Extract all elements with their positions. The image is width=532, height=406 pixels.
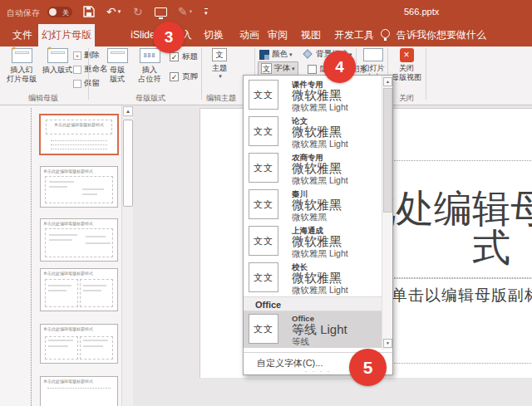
checkbox-checked-icon: ✓	[170, 52, 179, 61]
insert-layout-button[interactable]: ✶ 插入版式	[42, 48, 73, 75]
thumbnail-layout[interactable]: 单击此处编辑母版标题样式	[40, 376, 118, 406]
thumbnail-layout[interactable]: 单击此处编辑母版标题样式	[40, 324, 118, 364]
button-label: 插入版式	[42, 66, 72, 75]
slide-bar-icon	[51, 51, 65, 54]
title-checkbox[interactable]: ✓ 标题	[170, 51, 198, 62]
group-label-master-layout: 母版版式	[100, 93, 201, 104]
chevron-down-icon: ▾	[190, 8, 193, 15]
font-preview-icon: 文文	[249, 189, 278, 219]
thumb-line	[51, 144, 107, 145]
master-layout-button[interactable]: 母版 版式	[103, 48, 131, 84]
font-scheme-item-office-selected[interactable]: 文文 Office 等线 Light 等线	[244, 311, 383, 348]
callout-step-3: 3	[153, 22, 185, 53]
undo-icon[interactable]: ↶ ▾	[106, 3, 121, 20]
font-preview-icon: 文文	[249, 80, 278, 110]
button-label: 插入	[142, 66, 157, 75]
slide-layout-icon: ✶	[47, 48, 68, 63]
tab-review[interactable]: 审阅	[263, 23, 293, 46]
theme-fonts-button[interactable]: 文 字体 ▾	[258, 61, 298, 76]
fonts-icon: 文	[261, 63, 272, 74]
font-scheme-item[interactable]: 文文 论文 微软雅黑 微软雅黑 Light	[244, 114, 383, 150]
autosave-toggle[interactable]: 关	[47, 7, 72, 17]
close-icon: ×	[400, 48, 414, 62]
thumb-line	[51, 140, 107, 141]
thumb-bar	[83, 345, 103, 347]
insert-slide-master-button[interactable]: ✶ 插入幻 灯片母版	[3, 48, 40, 84]
redo-icon[interactable]: ↻	[133, 3, 143, 20]
placeholder-888-icon: 888	[140, 48, 160, 63]
button-label: 版式	[110, 75, 125, 84]
tab-animations[interactable]: 动画	[234, 23, 264, 46]
body-font: 微软雅黑	[292, 212, 327, 223]
thumbnail-master-selected[interactable]: 单击此处编辑母版标题样式	[39, 114, 119, 155]
thumb-bar	[48, 340, 73, 341]
button-label: 颜色	[272, 49, 288, 60]
thumb-bar	[86, 236, 106, 237]
button-label: 关闭	[399, 64, 414, 73]
button-label: 母版	[110, 66, 125, 75]
scroll-up-icon[interactable]: ▲	[123, 106, 133, 116]
slide-thumbnail-panel: 单击此处编辑母版标题样式 单击此处编辑母版标题样式 单击此处编辑母版标题样式	[0, 105, 121, 406]
chevron-down-icon: ▾	[219, 73, 222, 80]
group-separator	[88, 48, 89, 100]
tab-file[interactable]: 文件	[7, 23, 38, 46]
button-label: 幻灯片	[362, 64, 385, 73]
thumbnail-layout[interactable]: 单击此处编辑母版标题样式	[40, 218, 118, 262]
thumb-bar	[83, 285, 106, 286]
tab-slide-master[interactable]: 幻灯片母版	[38, 24, 95, 46]
scroll-down-icon[interactable]: ▼	[383, 339, 392, 348]
button-label: 保留	[84, 78, 100, 89]
font-scheme-item[interactable]: 文文 校长 微软雅黑 微软雅黑 Light	[244, 260, 383, 296]
monitor-icon	[155, 7, 167, 17]
dropdown-scrollbar[interactable]: ▲ ▼	[382, 76, 392, 350]
font-scheme-list: 文文 课件专用 微软雅黑 微软雅黑 Light 文文 论文 微软雅黑 微软雅黑 …	[244, 77, 383, 348]
font-scheme-item[interactable]: 文文 上海通成 微软雅黑 微软雅黑 Light	[244, 223, 383, 260]
thumb-line	[51, 149, 107, 149]
font-scheme-item[interactable]: 文文 秦川 微软雅黑 微软雅黑	[244, 187, 383, 223]
tab-transitions[interactable]: 切换	[199, 23, 229, 46]
preserve-button[interactable]: 保留	[73, 77, 100, 90]
theme-icon: 文	[212, 48, 227, 61]
body-font: 微软雅黑 Light	[292, 248, 348, 260]
close-master-view-button[interactable]: × 关闭 母版视图	[391, 48, 422, 82]
pin-icon	[73, 80, 81, 88]
button-label: 主题	[212, 64, 227, 73]
thumb-title-placeholder: 单击此处编辑母版标题样式	[46, 120, 112, 135]
scrollbar-thumb[interactable]	[123, 120, 133, 207]
theme-colors-button[interactable]: 颜色 ▾	[259, 48, 293, 61]
button-label: 占位符	[139, 75, 161, 84]
thumbnail-layout[interactable]: 单击此处编辑母版标题样式	[40, 166, 118, 208]
chevron-down-icon: ▾	[289, 51, 293, 58]
autosave-label: 自动保存	[7, 7, 40, 19]
thumb-title-text: 单击此处编辑母版标题样式	[41, 167, 117, 174]
chevron-down-icon: ▾	[204, 8, 208, 16]
save-icon[interactable]	[83, 3, 95, 20]
delete-button[interactable]: × 删除	[73, 49, 100, 61]
title-bar: 自动保存 关 ↶ ▾ ↻ ✎ ▾ ▾ 566.pptx	[0, 0, 532, 23]
pencil-icon: ✎	[178, 5, 188, 18]
brush-icon[interactable]: ✎ ▾	[178, 3, 192, 20]
body-font: 微软雅黑 Light	[292, 285, 348, 296]
font-scheme-item[interactable]: 文文 课件专用 微软雅黑 微软雅黑 Light	[244, 77, 383, 114]
scroll-up-icon[interactable]: ▲	[383, 77, 392, 86]
scrollbar-thumb[interactable]	[383, 88, 392, 213]
toggle-knob-icon	[49, 8, 57, 16]
888-icon: 888	[140, 52, 160, 58]
tell-me-box[interactable]: 告诉我你想要做什么	[397, 23, 486, 46]
delete-icon: ×	[73, 51, 81, 60]
tab-developer[interactable]: 开发工具	[331, 23, 377, 46]
themes-button[interactable]: 文 主题 ▾	[204, 48, 234, 80]
font-scheme-item[interactable]: 文文 农商专用 微软雅黑 微软雅黑 Light	[244, 150, 383, 187]
tab-view[interactable]: 视图	[296, 23, 326, 46]
thumb-bar	[82, 188, 104, 190]
customize-qat-icon[interactable]: ▾	[204, 3, 208, 20]
autosave-state: 关	[62, 8, 69, 17]
thumbnail-scrollbar[interactable]: ▲	[121, 105, 133, 406]
group-label-edit-theme: 编辑主题	[203, 93, 239, 104]
insert-placeholder-button[interactable]: 888 插入 占位符	[133, 48, 166, 84]
body-font: 微软雅黑 Light	[292, 139, 348, 150]
start-slideshow-icon[interactable]	[155, 3, 167, 20]
thumbnail-layout[interactable]: 单击此处编辑母版标题样式	[40, 268, 118, 311]
footer-checkbox[interactable]: ✓ 页脚	[170, 71, 198, 82]
thumb-content-placeholder	[80, 336, 113, 360]
